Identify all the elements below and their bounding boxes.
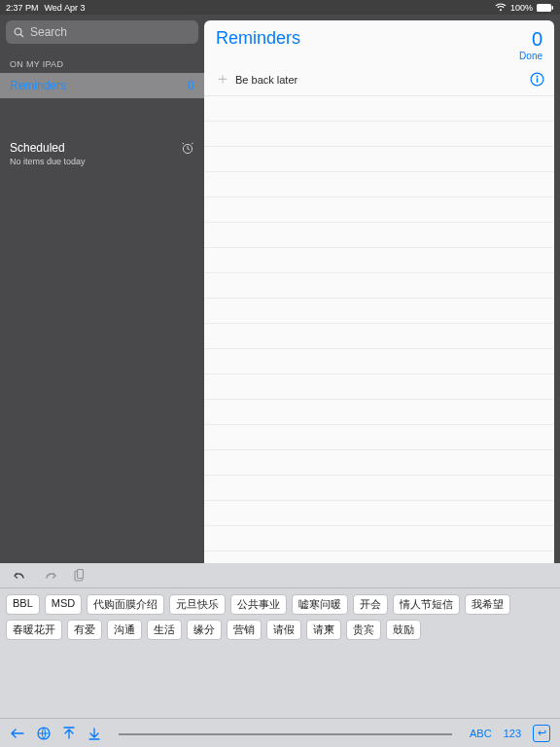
candidate-chip[interactable]: 开会	[353, 594, 388, 615]
clipboard-icon[interactable]	[74, 569, 86, 582]
candidate-chip[interactable]: MSD	[45, 594, 82, 615]
wifi-icon	[495, 3, 507, 12]
svg-rect-9	[78, 570, 84, 579]
return-key[interactable]: ↩	[533, 725, 550, 742]
reminder-list-panel: Reminders 0 Done ＋ Be back later	[204, 20, 554, 563]
done-button[interactable]: Done	[519, 51, 542, 61]
candidate-chip[interactable]: 有爱	[67, 620, 102, 640]
candidate-chip[interactable]: 生活	[147, 620, 182, 640]
plus-icon: ＋	[214, 69, 231, 89]
candidate-chip[interactable]: 嘘寒问暖	[292, 594, 348, 615]
globe-icon[interactable]	[37, 727, 51, 740]
candidate-chip[interactable]: 代购面膜介绍	[87, 594, 164, 615]
info-icon[interactable]	[530, 72, 544, 87]
candidate-chip[interactable]: BBL	[6, 594, 40, 615]
back-icon[interactable]	[10, 728, 25, 739]
sidebar: Search ON MY IPAD Reminders 0 Scheduled …	[0, 15, 204, 563]
candidate-chip[interactable]: 请假	[266, 620, 301, 640]
keyboard: BBLMSD代购面膜介绍元旦快乐公共事业嘘寒问暖开会情人节短信我希望春暖花开有爱…	[0, 563, 560, 747]
candidate-chip[interactable]: 情人节短信	[393, 594, 460, 615]
panel-count: 0	[519, 28, 542, 51]
svg-rect-1	[552, 6, 554, 10]
section-label: ON MY IPAD	[10, 59, 194, 69]
candidate-chip[interactable]: 贵宾	[346, 620, 381, 640]
handwriting-area[interactable]	[119, 731, 452, 735]
redo-icon[interactable]	[43, 570, 58, 582]
status-date: Wed Apr 3	[45, 3, 86, 13]
clock-icon	[181, 141, 194, 155]
scheduled-title: Scheduled	[10, 141, 86, 155]
sidebar-item-count: 0	[188, 79, 194, 92]
candidate-chip[interactable]: 沟通	[107, 620, 142, 640]
candidate-bar: BBLMSD代购面膜介绍元旦快乐公共事业嘘寒问暖开会情人节短信我希望春暖花开有爱…	[0, 588, 560, 646]
sidebar-scheduled[interactable]: Scheduled No items due today	[0, 133, 204, 174]
svg-rect-0	[537, 4, 551, 12]
panel-title: Reminders	[216, 28, 300, 49]
candidate-chip[interactable]: 鼓励	[386, 620, 421, 640]
search-icon	[14, 27, 24, 38]
svg-rect-7	[537, 78, 538, 83]
svg-line-3	[20, 34, 23, 37]
candidate-chip[interactable]: 缘分	[187, 620, 222, 640]
scheduled-subtitle: No items due today	[10, 157, 86, 166]
sidebar-item-label: Reminders	[10, 79, 66, 92]
reminder-row[interactable]: ＋ Be back later	[204, 63, 554, 96]
candidate-chip[interactable]: 营销	[227, 620, 262, 640]
search-placeholder: Search	[30, 25, 67, 39]
down-handwriting-icon[interactable]	[88, 727, 101, 740]
svg-point-2	[15, 28, 21, 35]
status-bar: 2:37 PM Wed Apr 3 100%	[0, 0, 560, 15]
sidebar-item-reminders[interactable]: Reminders 0	[0, 73, 204, 98]
battery-icon	[537, 4, 554, 12]
candidate-chip[interactable]: 春暖花开	[6, 620, 62, 640]
up-handwriting-icon[interactable]	[62, 727, 76, 740]
candidate-chip[interactable]: 公共事业	[230, 594, 287, 615]
abc-key[interactable]: ABC	[470, 728, 492, 739]
candidate-chip[interactable]: 元旦快乐	[169, 594, 226, 615]
svg-point-6	[537, 75, 539, 77]
candidate-chip[interactable]: 请柬	[306, 620, 341, 640]
candidate-chip[interactable]: 我希望	[465, 594, 510, 615]
battery-percent: 100%	[510, 3, 533, 13]
undo-icon[interactable]	[12, 570, 27, 582]
status-time: 2:37 PM	[6, 3, 39, 13]
empty-lines[interactable]	[204, 96, 554, 563]
search-input[interactable]: Search	[6, 20, 198, 44]
number-key[interactable]: 123	[504, 728, 521, 739]
reminder-text[interactable]: Be back later	[231, 74, 530, 86]
